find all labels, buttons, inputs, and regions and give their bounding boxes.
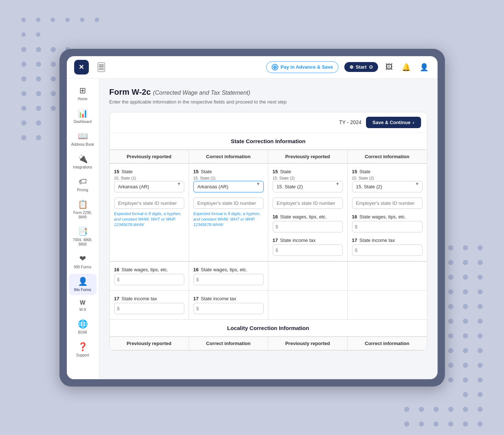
- sidebar-item-form2290[interactable]: 📋 Form 2290, 8849: [69, 197, 97, 222]
- field15-correct2-sublabel: 15. State (2): [352, 176, 423, 180]
- locality-col-prev2: Previously reported: [268, 337, 348, 350]
- employer-id-prev2-wrap: [273, 196, 343, 209]
- bell-icon-button[interactable]: 🔔: [400, 61, 412, 73]
- field15-prev2-select[interactable]: 15. State (2): [273, 181, 343, 192]
- field16-correct2-num: 16: [352, 214, 357, 220]
- sidebar-item-support[interactable]: ❓ Support: [69, 339, 97, 360]
- field15-correct1-select[interactable]: Arkansas (AR): [193, 181, 264, 192]
- dollar-sign-f17p1: $: [117, 306, 120, 311]
- start-plus-icon: ⊕: [349, 64, 353, 70]
- plus-circle-icon: ⊕: [272, 64, 278, 70]
- dollar-sign-f16c1: $: [196, 277, 199, 282]
- field17-prev1-input[interactable]: [114, 303, 184, 314]
- user-icon-button[interactable]: 👤: [418, 61, 430, 73]
- field16-correct2-label-row: 16 State wages, tips, etc.: [352, 214, 423, 220]
- locality-col-prev1: Previously reported: [110, 337, 189, 350]
- app-logo: ✕: [74, 60, 89, 75]
- field15-prev2-sublabel: 15. State (2): [273, 176, 343, 180]
- save-continue-label: Save & Continue: [373, 120, 410, 125]
- start-label: Start: [356, 64, 367, 70]
- app-window: ✕ ☰ ⊕ Pay in Advance & Save ⊕ Start ⊙ 🖼 …: [67, 56, 438, 379]
- field17-prev2-wrap: 17 State income tax $: [273, 238, 343, 256]
- sidebar-item-pricing[interactable]: 🏷 Pricing: [69, 174, 97, 195]
- form2290-icon: 📋: [78, 200, 88, 209]
- sidebar-item-addressbook[interactable]: 📖 Address Book: [69, 128, 97, 150]
- f17c1-num: 17: [193, 296, 199, 301]
- field17-prev1-label-row: 17 State income tax: [114, 296, 184, 301]
- dollar-sign-17-prev2: $: [276, 247, 278, 253]
- sidebar-label-pricing: Pricing: [77, 188, 88, 192]
- field17-row: 17 State income tax $ 17 State in: [110, 290, 427, 319]
- employer-id-correct2-input[interactable]: [352, 197, 423, 209]
- sidebar-item-home[interactable]: ⊞ Home: [69, 83, 97, 104]
- field17-correct2-wrap: 17 State income tax $: [352, 238, 423, 256]
- field15-prev2-label-row: 15 State: [273, 169, 343, 174]
- col-header-correct1: Correct information: [189, 150, 268, 163]
- field16-prev2-name: State wages, tips, etc.: [280, 214, 327, 220]
- locality-col-correct2: Correct information: [348, 337, 427, 350]
- field17-prev2-label-row: 17 State income tax: [273, 238, 343, 243]
- 94x-icon: 👤: [78, 277, 88, 286]
- addressbook-icon: 📖: [78, 131, 88, 141]
- field15-prev2-num: 15: [273, 169, 278, 174]
- sidebar-item-7004[interactable]: 📑 7004, 4868, 8868: [69, 224, 97, 250]
- field16-prev2-dollar-wrap: $: [273, 221, 343, 232]
- sidebar-item-dashboard[interactable]: 📊 Dashboard: [69, 106, 97, 127]
- field15-num: 15: [114, 169, 119, 174]
- w9-icon: W: [80, 300, 85, 306]
- field16-prev2-input[interactable]: [273, 221, 343, 232]
- sidebar-item-94x[interactable]: 👤 94x Forms: [69, 274, 97, 295]
- field15-correct2-cell: 15 State 15. State (2) 15. State (2) ▼: [348, 164, 427, 261]
- save-continue-arrow: ›: [413, 120, 414, 125]
- 7004-icon: 📑: [78, 227, 88, 236]
- field17-correct2-input[interactable]: [352, 244, 423, 256]
- field15-prev1-select[interactable]: Arkansas (AR): [114, 181, 184, 192]
- field16-correct2-input[interactable]: [352, 221, 423, 232]
- save-continue-button[interactable]: Save & Continue ›: [366, 117, 421, 128]
- field15-prev2-select-wrap: 15. State (2) 15. State (2) ▼: [273, 176, 343, 192]
- content-area: ⊞ Home 📊 Dashboard 📖 Address Book 🔌 Inte…: [67, 79, 438, 379]
- pay-advance-label: Pay in Advance & Save: [280, 64, 333, 70]
- field15-correct2-name: State: [359, 169, 370, 174]
- form-card-header: TY - 2024 Save & Continue ›: [110, 112, 427, 133]
- main-card: ✕ ☰ ⊕ Pay in Advance & Save ⊕ Start ⊙ 🖼 …: [59, 49, 445, 387]
- employer-id-prev1-wrap: [114, 196, 184, 209]
- start-button[interactable]: ⊕ Start ⊙: [344, 62, 378, 72]
- image-icon-button[interactable]: 🖼: [384, 61, 394, 73]
- sidebar-item-integrations[interactable]: 🔌 Integrations: [69, 151, 97, 173]
- sidebar-item-990forms[interactable]: ❤ 990 Forms: [69, 251, 97, 272]
- field15-name: State: [122, 169, 133, 174]
- field17-prev2-dollar-wrap: $: [273, 244, 343, 256]
- field16-prev2-label-row: 16 State wages, tips, etc.: [273, 214, 343, 220]
- field15-correct1-label-row: 15 State: [193, 169, 264, 174]
- dollar-sign-f17c1: $: [196, 306, 199, 311]
- sidebar: ⊞ Home 📊 Dashboard 📖 Address Book 🔌 Inte…: [67, 79, 99, 379]
- employer-id-correct1-input[interactable]: [193, 197, 264, 209]
- field17-correct1-input[interactable]: [193, 303, 264, 314]
- employer-id-prev1-input[interactable]: [114, 197, 184, 209]
- dashboard-icon: 📊: [78, 109, 88, 118]
- locality-col-correct1: Correct information: [189, 337, 268, 350]
- f16c1-dollar-wrap: $: [193, 274, 264, 285]
- f16c1-num: 16: [193, 267, 199, 272]
- field15-correct1-num: 15: [193, 169, 199, 174]
- field15-correct2-select[interactable]: 15. State (2): [352, 181, 423, 192]
- sidebar-item-w9[interactable]: W W-9: [69, 297, 97, 315]
- field16-correct2-name: State wages, tips, etc.: [359, 214, 406, 220]
- field16-prev2-num: 16: [273, 214, 278, 220]
- sidebar-label-addressbook: Address Book: [71, 142, 94, 147]
- locality-section-title: Locality Correction Information: [110, 319, 427, 337]
- field16-correct1-input[interactable]: [193, 274, 264, 285]
- pay-advance-button[interactable]: ⊕ Pay in Advance & Save: [266, 61, 338, 73]
- f16p1-name: State wages, tips, etc.: [122, 267, 168, 272]
- sidebar-item-boir[interactable]: 🌐 BOIR: [69, 316, 97, 338]
- f16p1-dollar-wrap: $: [114, 274, 184, 285]
- employer-id-prev2-input[interactable]: [273, 197, 343, 209]
- sidebar-label-990forms: 990 Forms: [74, 265, 91, 269]
- hamburger-button[interactable]: ☰: [98, 62, 105, 72]
- field17-prev2-num: 17: [273, 238, 278, 243]
- field17-prev2-input[interactable]: [273, 244, 343, 256]
- field16-prev1-input[interactable]: [114, 274, 184, 285]
- field17-correct2-num: 17: [352, 238, 357, 243]
- f16p1-num: 16: [114, 267, 119, 272]
